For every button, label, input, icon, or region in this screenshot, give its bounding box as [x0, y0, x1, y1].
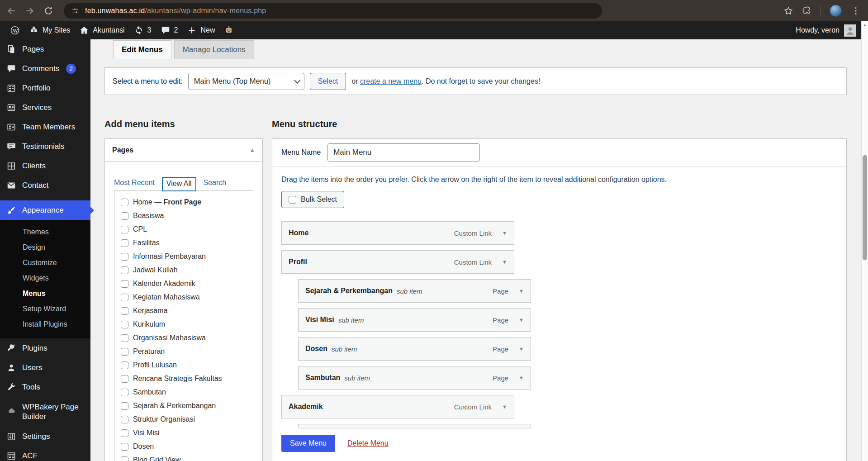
- menu-name-input[interactable]: [327, 143, 480, 162]
- sidebar-item-testimonials[interactable]: Testimonials: [0, 137, 90, 156]
- new-content-button[interactable]: New: [182, 21, 219, 39]
- updates-button[interactable]: 3: [129, 21, 156, 39]
- submenu-item-setup-wizard[interactable]: Setup Wizard: [0, 301, 90, 317]
- page-checkbox-row[interactable]: Rencana Strategis Fakultas: [114, 372, 253, 385]
- my-sites-button[interactable]: My Sites: [24, 21, 75, 39]
- collapse-arrow-icon[interactable]: ▲: [249, 147, 255, 153]
- checkbox[interactable]: [121, 199, 128, 206]
- expand-arrow-icon[interactable]: ▼: [502, 230, 507, 236]
- tab-most-recent[interactable]: Most Recent: [114, 179, 155, 190]
- page-checkbox-row[interactable]: Peraturan: [114, 345, 253, 358]
- tab-view-all[interactable]: View All: [162, 177, 196, 191]
- page-checkbox-row[interactable]: Dosen: [114, 440, 253, 453]
- site-settings-icon[interactable]: [71, 6, 80, 15]
- submenu-item-install-plugins[interactable]: Install Plugins: [0, 317, 90, 332]
- page-checkbox-row[interactable]: Kerjasama: [114, 304, 253, 318]
- expand-arrow-icon[interactable]: ▼: [519, 288, 524, 294]
- menu-item-akademik[interactable]: Akademik Custom Link ▼: [281, 395, 514, 418]
- site-name-button[interactable]: Akuntansi: [75, 21, 129, 39]
- checkbox[interactable]: [121, 416, 128, 423]
- checkbox[interactable]: [121, 402, 128, 410]
- page-checkbox-row[interactable]: Jadwal Kuliah: [114, 263, 253, 277]
- sidebar-item-pages[interactable]: Pages: [0, 39, 90, 59]
- menu-item-sambutan[interactable]: Sambutan sub item Page ▼: [298, 366, 531, 390]
- sidebar-item-services[interactable]: Services: [0, 98, 90, 117]
- sidebar-item-clients[interactable]: Clients: [0, 156, 90, 176]
- page-checkbox-row[interactable]: Kalender Akademik: [114, 277, 253, 290]
- bookmark-star-icon[interactable]: [783, 6, 793, 16]
- delete-menu-link[interactable]: Delete Menu: [347, 439, 389, 447]
- expand-arrow-icon[interactable]: ▼: [502, 259, 507, 265]
- menu-item-dosen[interactable]: Dosen sub item Page ▼: [298, 337, 531, 361]
- submenu-item-customize[interactable]: Customize: [0, 255, 90, 271]
- expand-arrow-icon[interactable]: ▼: [519, 375, 524, 380]
- checkbox[interactable]: [121, 389, 128, 396]
- sidebar-item-appearance[interactable]: Appearance: [0, 200, 90, 220]
- select-menu-button[interactable]: Select: [310, 73, 346, 90]
- address-bar[interactable]: feb.unwahas.ac.id/akuntansi/wp-admin/nav…: [64, 3, 602, 19]
- expand-arrow-icon[interactable]: ▼: [519, 346, 524, 352]
- page-checkbox-row[interactable]: Kegiatan Mahasiswa: [114, 290, 253, 304]
- menu-item-sejarah-perkembangan[interactable]: Sejarah & Perkembangan sub item Page ▼: [298, 279, 531, 303]
- tab-search[interactable]: Search: [204, 179, 227, 190]
- page-checkbox-row[interactable]: Home — Front Page: [114, 195, 253, 209]
- sidebar-item-contact[interactable]: Contact: [0, 176, 90, 195]
- submenu-item-design[interactable]: Design: [0, 240, 90, 255]
- page-scrollbar[interactable]: ▲: [861, 21, 868, 461]
- menu-item-profil[interactable]: Profil Custom Link ▼: [281, 250, 514, 274]
- checkbox[interactable]: [121, 361, 128, 369]
- back-icon[interactable]: [6, 6, 16, 16]
- expand-arrow-icon[interactable]: ▼: [502, 404, 507, 409]
- scrollbar-thumb[interactable]: [863, 155, 867, 260]
- sidebar-item-settings[interactable]: Settings: [0, 427, 90, 446]
- page-checkbox-row[interactable]: CPL: [114, 223, 253, 236]
- submenu-item-widgets[interactable]: Widgets: [0, 271, 90, 286]
- bulk-select-checkbox[interactable]: [289, 196, 296, 204]
- menu-item-partial[interactable]: ▼: [298, 424, 531, 428]
- sidebar-item-portfolio[interactable]: Portfolio: [0, 78, 90, 98]
- browser-profile-avatar[interactable]: [830, 5, 842, 17]
- expand-arrow-icon[interactable]: ▼: [519, 317, 524, 323]
- page-checkbox-row[interactable]: Visi Misi: [114, 426, 253, 440]
- sidebar-item-comments[interactable]: Comments 2: [0, 59, 90, 78]
- sidebar-item-users[interactable]: Users: [0, 358, 90, 377]
- checkbox[interactable]: [121, 226, 128, 233]
- submenu-item-menus[interactable]: Menus: [0, 286, 90, 301]
- menu-item-visi-misi[interactable]: Visi Misi sub item Page ▼: [298, 308, 531, 332]
- page-checkbox-row[interactable]: Struktur Organisasi: [114, 413, 253, 426]
- checkbox[interactable]: [121, 253, 128, 261]
- checkbox[interactable]: [121, 212, 128, 220]
- checkbox[interactable]: [121, 321, 128, 328]
- checkbox[interactable]: [121, 348, 128, 356]
- checkbox[interactable]: [121, 456, 128, 461]
- save-menu-button[interactable]: Save Menu: [281, 435, 335, 452]
- page-checkbox-row[interactable]: Informasi Pembayaran: [114, 250, 253, 263]
- reload-icon[interactable]: [43, 6, 53, 16]
- page-checkbox-row[interactable]: Sambutan: [114, 385, 253, 399]
- forward-icon[interactable]: [25, 6, 35, 16]
- page-checkbox-row[interactable]: Kurikulum: [114, 318, 253, 331]
- sidebar-item-wpbakery[interactable]: WPBakery Page Builder: [0, 397, 90, 427]
- checkbox[interactable]: [121, 375, 128, 383]
- extensions-puzzle-icon[interactable]: [802, 6, 812, 16]
- checkbox[interactable]: [121, 429, 128, 437]
- howdy-account-link[interactable]: Howdy, veron: [796, 26, 840, 34]
- checkbox[interactable]: [121, 266, 128, 274]
- sidebar-item-plugins[interactable]: Plugins: [0, 338, 90, 358]
- scrollbar-up-arrow[interactable]: ▲: [862, 23, 868, 27]
- page-checkbox-row[interactable]: Blog Grid View: [114, 453, 253, 461]
- submenu-item-themes[interactable]: Themes: [0, 224, 90, 240]
- sidebar-item-acf[interactable]: ACF: [0, 446, 90, 461]
- tab-manage-locations[interactable]: Manage Locations: [174, 40, 254, 59]
- pages-metabox-header[interactable]: Pages ▲: [105, 139, 262, 162]
- bulk-select-button[interactable]: Bulk Select: [281, 191, 344, 208]
- wp-logo-button[interactable]: [5, 21, 24, 39]
- comments-button[interactable]: 2: [156, 21, 183, 39]
- checkbox[interactable]: [121, 280, 128, 288]
- page-checkbox-row[interactable]: Organisasi Mahasiswa: [114, 331, 253, 345]
- checkbox[interactable]: [121, 307, 128, 315]
- sidebar-item-tools[interactable]: Tools: [0, 377, 90, 397]
- user-avatar[interactable]: [844, 24, 856, 37]
- page-checkbox-row[interactable]: Sejarah & Perkembangan: [114, 399, 253, 413]
- menu-select-dropdown[interactable]: Main Menu (Top Menu): [188, 73, 304, 90]
